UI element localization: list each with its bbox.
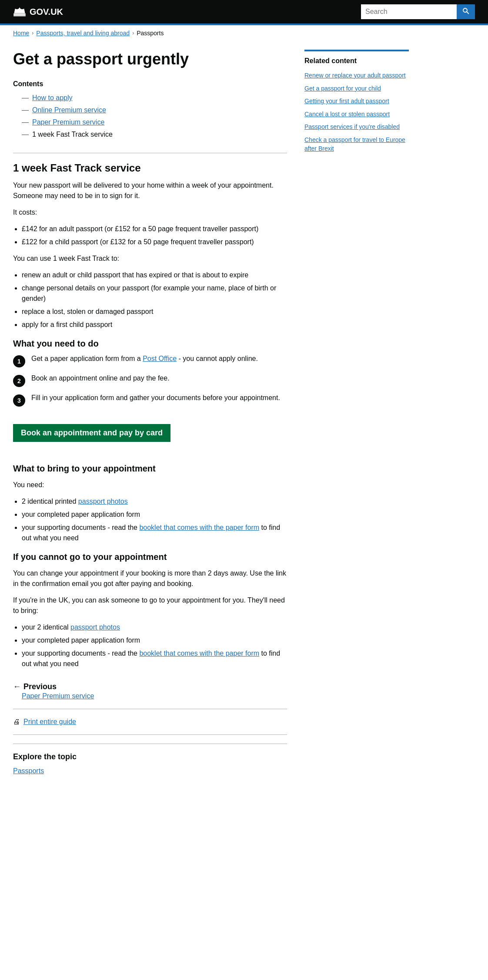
step-1: 1 Get a paper application form from a Po… [13, 355, 287, 367]
costs-intro: It costs: [13, 207, 287, 218]
contents-current-label: 1 week Fast Track service [32, 129, 113, 140]
intro-text: Your new passport will be delivered to y… [13, 180, 287, 201]
contents-link-online-premium[interactable]: Online Premium service [32, 105, 106, 115]
cannot-go-item-1: your 2 identical passport photos [22, 622, 287, 633]
cannot-go-list: your 2 identical passport photos your co… [22, 622, 287, 669]
prev-link[interactable]: Paper Premium service [22, 692, 94, 700]
crown-icon [13, 7, 26, 17]
related-list: Renew or replace your adult passport Get… [304, 71, 409, 153]
cannot-go-heading: If you cannot go to your appointment [13, 552, 287, 562]
use-item-4: apply for a first child passport [22, 320, 287, 330]
print-section: 🖨 Print entire guide [13, 718, 287, 726]
svg-line-3 [467, 12, 469, 14]
step-number-3: 3 [13, 394, 25, 407]
divider-1 [13, 153, 287, 153]
contents-item-1: — How to apply [22, 93, 287, 103]
related-item-6: Check a passport for travel to Europe af… [304, 136, 409, 153]
bring-list: 2 identical printed passport photos your… [22, 496, 287, 543]
search-icon [462, 7, 470, 15]
step-number-1: 1 [13, 355, 25, 367]
fast-track-heading: 1 week Fast Track service [13, 162, 287, 174]
step-3-text: Fill in your application form and gather… [31, 394, 280, 402]
related-link-2[interactable]: Get a passport for your child [304, 85, 381, 92]
contents-item-2: — Online Premium service [22, 105, 287, 115]
cost-item-1: £142 for an adult passport (or £152 for … [22, 224, 287, 234]
breadcrumb-current: Passports [137, 30, 164, 37]
prev-label: ← Previous [13, 682, 287, 691]
breadcrumb: Home › Passports, travel and living abro… [0, 25, 488, 41]
booklet-link-2[interactable]: booklet that comes with the paper form [139, 650, 259, 657]
explore-heading: Explore the topic [13, 751, 287, 763]
related-link-5[interactable]: Passport services if you're disabled [304, 123, 400, 130]
use-item-3: replace a lost, stolen or damaged passpo… [22, 306, 287, 317]
steps-list: 1 Get a paper application form from a Po… [13, 355, 287, 407]
cannot-go-para1: You can change your appointment if your … [13, 568, 287, 589]
sidebar: Related content Renew or replace your ad… [304, 50, 409, 775]
svg-rect-1 [13, 15, 26, 17]
prev-nav: ← Previous Paper Premium service [13, 682, 287, 700]
related-link-4[interactable]: Cancel a lost or stolen passport [304, 111, 390, 118]
prev-arrow-icon: ← [13, 682, 21, 691]
breadcrumb-sep-2: › [132, 30, 134, 36]
use-list: renew an adult or child passport that ha… [22, 270, 287, 330]
breadcrumb-home[interactable]: Home [13, 30, 29, 37]
related-item-3: Getting your first adult passport [304, 97, 409, 106]
bring-item-3: your supporting documents - read the boo… [22, 522, 287, 543]
contents-list: — How to apply — Online Premium service … [22, 93, 287, 140]
svg-point-2 [463, 8, 467, 12]
main-content: Get a passport urgently Contents — How t… [13, 50, 287, 775]
related-item-1: Renew or replace your adult passport [304, 71, 409, 80]
related-link-6[interactable]: Check a passport for travel to Europe af… [304, 136, 405, 152]
step-1-text: Get a paper application form from a Post… [31, 355, 258, 363]
contents-link-paper-premium[interactable]: Paper Premium service [32, 117, 104, 128]
you-need-text: You need: [13, 480, 287, 490]
passport-photos-link-2[interactable]: passport photos [70, 623, 120, 631]
costs-list: £142 for an adult passport (or £152 for … [22, 224, 287, 247]
bring-item-2: your completed paper application form [22, 509, 287, 520]
site-header: GOV.UK [0, 0, 488, 24]
bring-item-1: 2 identical printed passport photos [22, 496, 287, 507]
gov-logo[interactable]: GOV.UK [13, 7, 63, 17]
step-2: 2 Book an appointment online and pay the… [13, 374, 287, 387]
page-title: Get a passport urgently [13, 50, 287, 68]
cannot-go-item-3: your supporting documents - read the boo… [22, 648, 287, 669]
book-appointment-button[interactable]: Book an appointment and pay by card [13, 424, 170, 442]
booklet-link-1[interactable]: booklet that comes with the paper form [139, 524, 259, 531]
gov-name-text: GOV.UK [30, 7, 63, 17]
dash-3: — [22, 117, 29, 128]
related-item-4: Cancel a lost or stolen passport [304, 110, 409, 119]
cost-item-2: £122 for a child passport (or £132 for a… [22, 237, 287, 247]
step-3: 3 Fill in your application form and gath… [13, 394, 287, 407]
contents-heading: Contents [13, 79, 287, 89]
step-number-2: 2 [13, 375, 25, 387]
explore-passports-link[interactable]: Passports [13, 767, 44, 775]
breadcrumb-sep-1: › [32, 30, 33, 36]
divider-2 [13, 709, 287, 709]
what-to-do-heading: What you need to do [13, 339, 287, 349]
breadcrumb-travel[interactable]: Passports, travel and living abroad [36, 30, 130, 37]
cannot-go-item-2: your completed paper application form [22, 635, 287, 646]
contents-item-3: — Paper Premium service [22, 117, 287, 128]
cannot-go-para2: If you're in the UK, you can ask someone… [13, 595, 287, 616]
related-item-5: Passport services if you're disabled [304, 123, 409, 131]
page-layout: Get a passport urgently Contents — How t… [0, 41, 478, 784]
related-item-2: Get a passport for your child [304, 84, 409, 93]
search-button[interactable] [457, 4, 475, 19]
post-office-link[interactable]: Post Office [143, 355, 177, 362]
use-item-2: change personal details on your passport… [22, 283, 287, 304]
print-icon: 🖨 [13, 718, 20, 726]
related-link-1[interactable]: Renew or replace your adult passport [304, 72, 406, 79]
step-2-text: Book an appointment online and pay the f… [31, 374, 170, 382]
dash-2: — [22, 105, 29, 115]
related-link-3[interactable]: Getting your first adult passport [304, 98, 389, 104]
divider-3 [13, 734, 287, 735]
bring-heading: What to bring to your appointment [13, 464, 287, 474]
passport-photos-link-1[interactable]: passport photos [78, 498, 128, 505]
search-input[interactable] [361, 4, 457, 19]
svg-rect-0 [13, 13, 26, 15]
use-intro: You can use 1 week Fast Track to: [13, 253, 287, 264]
dash-4: — [22, 129, 29, 140]
print-link[interactable]: Print entire guide [23, 718, 76, 726]
contents-link-how-to-apply[interactable]: How to apply [32, 93, 73, 103]
use-item-1: renew an adult or child passport that ha… [22, 270, 287, 280]
